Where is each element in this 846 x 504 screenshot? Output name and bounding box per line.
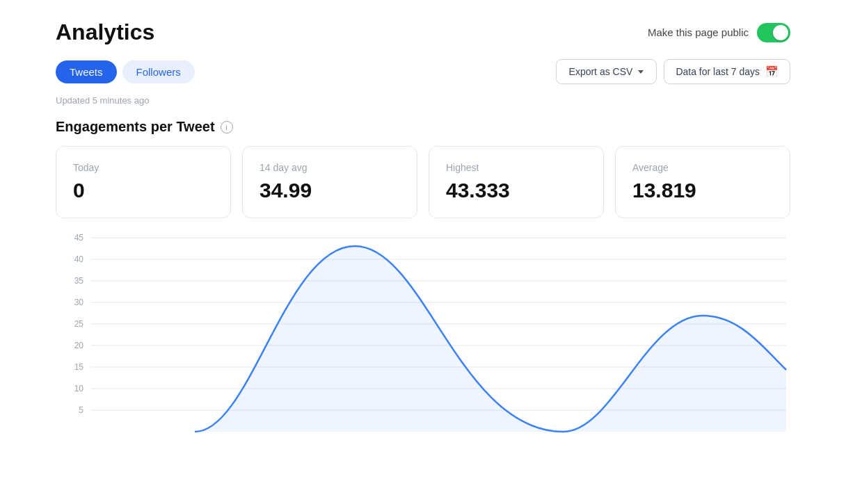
- page-container: Analytics Make this page public Tweets F…: [0, 0, 846, 504]
- card-14day: 14 day avg 34.99: [242, 146, 417, 218]
- y-label-25: 25: [74, 319, 84, 329]
- card-14day-value: 34.99: [260, 179, 400, 202]
- cards-row: Today 0 14 day avg 34.99 Highest 43.333 …: [0, 135, 846, 218]
- card-14day-label: 14 day avg: [260, 162, 400, 173]
- card-highest-value: 43.333: [446, 179, 586, 202]
- y-label-20: 20: [74, 341, 84, 350]
- header-right: Make this page public: [648, 23, 790, 42]
- card-highest: Highest 43.333: [429, 146, 604, 218]
- card-average: Average 13.819: [615, 146, 790, 218]
- y-label-45: 45: [74, 233, 84, 243]
- nav-row: Tweets Followers Export as CSV Data for …: [0, 45, 846, 84]
- y-label-10: 10: [74, 384, 84, 393]
- info-char: i: [225, 123, 227, 131]
- chevron-down-icon: [638, 70, 644, 74]
- export-label: Export as CSV: [569, 66, 633, 77]
- header: Analytics Make this page public: [0, 0, 846, 45]
- y-label-40: 40: [74, 254, 84, 264]
- card-today-label: Today: [73, 162, 214, 173]
- make-public-toggle[interactable]: [757, 23, 790, 42]
- engagements-chart: 45 40 35 30 25 20 15 10 5: [56, 231, 790, 446]
- toggle-track[interactable]: [757, 23, 790, 42]
- tabs: Tweets Followers: [56, 60, 195, 83]
- page-title: Analytics: [56, 19, 154, 45]
- y-label-5: 5: [79, 405, 83, 415]
- nav-actions: Export as CSV Data for last 7 days 📅: [556, 59, 790, 84]
- calendar-icon: 📅: [765, 65, 779, 78]
- section-title: Engagements per Tweet: [56, 119, 215, 135]
- y-label-30: 30: [74, 298, 84, 307]
- data-range-label: Data for last 7 days: [676, 66, 760, 77]
- y-label-15: 15: [74, 362, 84, 372]
- tab-followers[interactable]: Followers: [122, 60, 195, 83]
- data-range-button[interactable]: Data for last 7 days 📅: [664, 59, 790, 84]
- make-public-label: Make this page public: [648, 26, 749, 38]
- y-label-35: 35: [74, 276, 84, 286]
- card-average-value: 13.819: [632, 179, 773, 202]
- updated-text: Updated 5 minutes ago: [56, 95, 149, 106]
- card-highest-label: Highest: [446, 162, 586, 173]
- card-today: Today 0: [56, 146, 231, 218]
- chart-area-fill: [195, 246, 786, 432]
- card-today-value: 0: [73, 179, 214, 202]
- tab-tweets[interactable]: Tweets: [56, 60, 117, 83]
- updated-row: Updated 5 minutes ago: [0, 84, 846, 106]
- export-csv-button[interactable]: Export as CSV: [556, 59, 657, 84]
- chart-container: 45 40 35 30 25 20 15 10 5: [0, 218, 846, 449]
- info-icon[interactable]: i: [221, 121, 233, 133]
- section-title-row: Engagements per Tweet i: [0, 106, 846, 135]
- toggle-thumb: [773, 25, 788, 40]
- card-average-label: Average: [632, 162, 773, 173]
